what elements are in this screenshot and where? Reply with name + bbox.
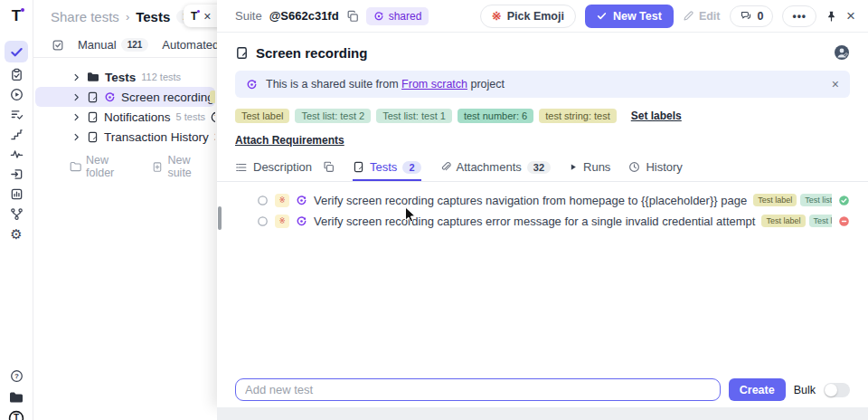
add-test-input[interactable] xyxy=(235,378,721,401)
pin-icon[interactable] xyxy=(826,10,837,23)
tab-description[interactable]: Description xyxy=(235,155,335,181)
test-title[interactable]: Verify screen recording captures navigat… xyxy=(314,194,747,207)
box-arrow-icon xyxy=(10,167,24,181)
project-link[interactable]: From scratch xyxy=(401,78,467,91)
tab-runs[interactable]: Runs xyxy=(569,155,610,181)
gear-icon: ⚙ xyxy=(10,227,22,241)
tab-tests[interactable]: Tests2 xyxy=(353,155,420,181)
drawer-resize-handle[interactable] xyxy=(218,206,222,230)
help-button[interactable]: ? xyxy=(5,368,28,384)
paperclip-icon xyxy=(439,161,451,173)
label-chip[interactable]: test number: 6 xyxy=(458,109,533,123)
tree-row[interactable]: Screen recording2 tests xyxy=(35,87,215,107)
label-chip[interactable]: test string: test xyxy=(539,109,617,123)
doc-icon xyxy=(87,131,99,143)
test-emoji-icon: ※ xyxy=(275,194,289,207)
new-folder-button[interactable]: New folder xyxy=(70,154,139,179)
label-chip[interactable]: Test list: test 2 xyxy=(295,109,371,123)
test-label-chips: Test labelTest list: test 2Test list: te… xyxy=(753,194,832,206)
label-chip[interactable]: Test list: test 1 xyxy=(376,109,452,123)
tests-nav-button[interactable] xyxy=(5,41,28,62)
bulk-select-icon[interactable] xyxy=(52,39,64,52)
bulk-label: Bulk xyxy=(794,384,816,396)
bulk-toggle[interactable] xyxy=(824,383,850,397)
tab-automated[interactable]: Automated xyxy=(162,38,219,52)
folder-icon xyxy=(9,391,24,404)
tab-count-badge: 2 xyxy=(402,161,420,174)
play-icon xyxy=(569,162,578,172)
list-check-icon xyxy=(10,108,24,121)
tab-count-badge: 32 xyxy=(527,161,551,174)
test-emoji-icon: ※ xyxy=(275,215,289,228)
tree-item-meta: 5 tests xyxy=(176,111,205,122)
question-circle-icon: ? xyxy=(10,369,24,383)
reports-nav-button[interactable] xyxy=(5,186,28,202)
tree-row[interactable]: Notifications5 testsTnotifications xyxy=(35,107,215,127)
breadcrumb-current[interactable]: Tests xyxy=(136,9,170,24)
clock-icon xyxy=(628,161,640,173)
chevron-right-icon[interactable] xyxy=(71,112,81,122)
chevron-right-icon[interactable] xyxy=(71,72,81,82)
tree-item-name: Screen recording xyxy=(121,91,214,104)
tab-label: Runs xyxy=(583,160,610,174)
tab-manual[interactable]: Manual121 xyxy=(78,38,148,52)
edit-button[interactable]: Edit xyxy=(683,10,721,23)
test-title[interactable]: Verify screen recording captures error m… xyxy=(314,215,755,228)
suite-id: @S662c31fd xyxy=(269,9,339,23)
attach-requirements-link[interactable]: Attach Requirements xyxy=(235,134,344,147)
test-label-chips: Test labelTest list: test 2Test list: te… xyxy=(761,215,832,227)
app-logo[interactable]: T xyxy=(12,7,21,25)
banner-text: This is a shared suite from From scratch… xyxy=(266,78,505,91)
watcher-avatar[interactable] xyxy=(834,44,850,61)
import-nav-button[interactable] xyxy=(5,167,28,182)
tree-row[interactable]: Transaction History2 testsT xyxy=(35,127,215,147)
suite-label: Suite xyxy=(235,9,262,23)
test-row[interactable]: ※Verify screen recording captures error … xyxy=(257,211,850,231)
label-chip[interactable]: Test label xyxy=(235,109,289,123)
tree-row[interactable]: Tests112 tests xyxy=(35,67,215,87)
pick-emoji-button[interactable]: ※Pick Emoji xyxy=(480,5,576,28)
steps-nav-button[interactable] xyxy=(5,127,28,142)
projects-button[interactable] xyxy=(5,389,28,405)
breadcrumb-parent[interactable]: Share tests xyxy=(51,9,119,24)
tab-attachments[interactable]: Attachments32 xyxy=(439,155,552,181)
chevron-right-icon[interactable] xyxy=(71,92,81,102)
profile-button[interactable]: T xyxy=(5,410,28,420)
add-test-footer: Create Bulk xyxy=(217,378,868,401)
comments-icon xyxy=(740,10,752,22)
label-chip: Test list: test 2 xyxy=(809,215,833,227)
close-icon[interactable]: × xyxy=(203,10,211,23)
tab-history[interactable]: History xyxy=(628,155,682,181)
radio-icon[interactable] xyxy=(257,215,269,227)
tree-item-name: Notifications xyxy=(104,110,171,124)
suite-title: Screen recording xyxy=(256,45,367,61)
suite-drawer: Suite @S662c31fd shared ※Pick Emoji New … xyxy=(217,0,868,407)
branches-nav-button[interactable] xyxy=(5,206,28,222)
settings-nav-button[interactable]: ⚙ xyxy=(5,226,28,242)
dismiss-banner-icon[interactable]: × xyxy=(832,78,839,91)
runs-nav-button[interactable] xyxy=(5,87,28,102)
analytics-nav-button[interactable] xyxy=(5,147,28,162)
test-plans-nav-button[interactable] xyxy=(5,67,28,82)
chevron-right-icon[interactable] xyxy=(71,132,81,142)
test-row[interactable]: ※Verify screen recording captures naviga… xyxy=(257,190,850,210)
create-button[interactable]: Create xyxy=(729,378,786,401)
pencil-icon xyxy=(683,10,694,22)
more-button[interactable]: ••• xyxy=(782,5,816,27)
report-chart-icon xyxy=(10,187,24,201)
set-labels-link[interactable]: Set labels xyxy=(631,110,682,122)
comments-button[interactable]: 0 xyxy=(730,5,774,27)
new-folder-icon xyxy=(70,161,81,172)
radio-icon[interactable] xyxy=(257,195,269,206)
close-drawer-icon[interactable]: × xyxy=(846,8,855,24)
tab-label: Description xyxy=(253,160,312,174)
new-test-button[interactable]: New Test xyxy=(585,5,674,28)
circled-t-icon: T xyxy=(8,410,24,420)
tab-label: Attachments xyxy=(457,160,522,174)
copy-icon[interactable] xyxy=(346,10,359,23)
new-suite-button[interactable]: New suite xyxy=(152,154,217,179)
copy-icon[interactable] xyxy=(323,161,335,173)
truncated-label-chip xyxy=(210,91,215,103)
requirements-nav-button[interactable] xyxy=(5,107,28,122)
clipboard-check-icon xyxy=(10,68,24,81)
